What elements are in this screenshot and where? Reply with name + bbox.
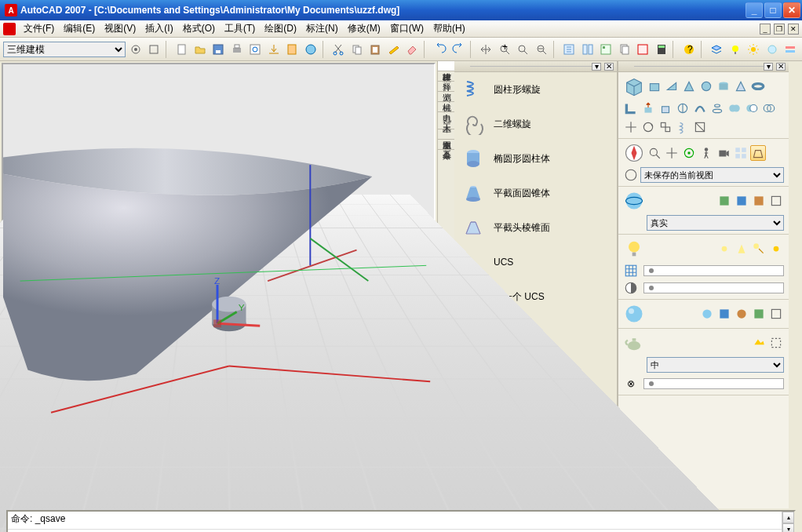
saved-view-select[interactable]: 未保存的当前视图 bbox=[640, 167, 784, 183]
render-icon[interactable] bbox=[751, 335, 767, 351]
vs1-icon[interactable] bbox=[716, 193, 732, 209]
properties-icon[interactable] bbox=[560, 41, 577, 58]
materials-icon[interactable] bbox=[623, 303, 645, 325]
palette-item-spiral[interactable]: 二维螺旋 bbox=[454, 107, 617, 141]
subtract-icon[interactable] bbox=[744, 100, 760, 116]
command-prompt[interactable]: 命令: bbox=[8, 529, 794, 533]
minimize-button[interactable]: _ bbox=[745, 2, 763, 18]
render-preset-select[interactable]: 中 bbox=[647, 357, 784, 373]
save-icon[interactable] bbox=[210, 41, 227, 58]
workspace-settings-icon[interactable] bbox=[127, 41, 144, 58]
vs3-icon[interactable] bbox=[751, 193, 767, 209]
new-icon[interactable] bbox=[173, 41, 190, 58]
sweep-icon[interactable] bbox=[692, 100, 708, 116]
light-grid-icon[interactable] bbox=[623, 263, 639, 279]
contrast-slider[interactable] bbox=[643, 282, 784, 293]
command-window[interactable]: 命令: _qsave 命令: ▴▾◂ bbox=[6, 510, 796, 532]
palette-close-icon[interactable]: ✕ bbox=[604, 63, 614, 71]
zoom-window-icon[interactable] bbox=[515, 41, 531, 58]
dashboard-arrow-icon[interactable]: ▾ bbox=[764, 63, 773, 71]
menu-edit[interactable]: 编辑(E) bbox=[59, 20, 100, 37]
orbit-icon[interactable] bbox=[681, 145, 697, 161]
palette-arrow-icon[interactable]: ▾ bbox=[592, 63, 601, 71]
section-icon[interactable] bbox=[692, 119, 708, 135]
3dmove-icon[interactable] bbox=[623, 119, 639, 135]
mat2-icon[interactable] bbox=[716, 306, 732, 322]
menu-draw[interactable]: 绘图(D) bbox=[260, 20, 301, 37]
zoom-realtime-icon[interactable]: + bbox=[496, 41, 512, 58]
help-icon[interactable]: ? bbox=[680, 41, 697, 58]
sun-icon[interactable] bbox=[745, 41, 762, 58]
polysolid-icon[interactable] bbox=[623, 100, 639, 116]
zoom-nav-icon[interactable] bbox=[647, 145, 662, 161]
mat4-icon[interactable] bbox=[751, 306, 767, 322]
helix-small-icon[interactable] bbox=[675, 119, 691, 135]
zoom-previous-icon[interactable] bbox=[533, 41, 549, 58]
mdi-minimize-button[interactable]: _ bbox=[760, 24, 771, 35]
maximize-button[interactable]: □ bbox=[764, 2, 782, 18]
teapot-icon[interactable] bbox=[623, 332, 645, 354]
vs4-icon[interactable] bbox=[768, 193, 784, 209]
visual-style-select[interactable]: 真实 bbox=[647, 215, 784, 231]
menu-modify[interactable]: 修改(M) bbox=[343, 20, 385, 37]
visualstyle-icon[interactable] bbox=[623, 190, 645, 212]
print-icon[interactable] bbox=[228, 41, 245, 58]
menu-view[interactable]: 视图(V) bbox=[100, 20, 140, 37]
tab-civil[interactable]: 土木工... bbox=[438, 112, 454, 129]
menu-format[interactable]: 格式(O) bbox=[178, 20, 220, 37]
menu-tools[interactable]: 工具(T) bbox=[220, 20, 260, 37]
render-crop-icon[interactable] bbox=[768, 335, 784, 351]
vs2-icon[interactable] bbox=[734, 193, 749, 209]
eraser-icon[interactable] bbox=[403, 41, 420, 58]
cone-shape-icon[interactable] bbox=[681, 78, 697, 94]
mat1-icon[interactable] bbox=[699, 306, 715, 322]
freeze-icon[interactable] bbox=[764, 41, 780, 58]
redo-icon[interactable] bbox=[450, 41, 466, 58]
tab-hatch[interactable]: 图案填充 bbox=[438, 129, 454, 140]
3drotate-icon[interactable] bbox=[640, 119, 656, 135]
palette-item-cylinder[interactable]: 椭圆形圆柱体 bbox=[454, 141, 617, 176]
brightness-slider[interactable] bbox=[643, 265, 784, 276]
presspull-icon[interactable] bbox=[658, 100, 673, 116]
palette-item-frustum-cone[interactable]: 平截面圆锥体 bbox=[454, 176, 617, 210]
copy-icon[interactable] bbox=[348, 41, 365, 58]
markup-icon[interactable] bbox=[634, 41, 651, 58]
wedge-icon[interactable] bbox=[664, 78, 680, 94]
drawing-viewport[interactable]: Z Y bbox=[2, 63, 436, 507]
dashboard-header[interactable]: ✕ ▾ bbox=[618, 61, 789, 72]
menu-window[interactable]: 窗口(W) bbox=[385, 20, 428, 37]
view-manager-icon[interactable] bbox=[623, 167, 639, 183]
tab-modeling[interactable]: 建模 bbox=[438, 61, 454, 71]
menu-help[interactable]: 帮助(H) bbox=[428, 20, 470, 37]
mdi-close-button[interactable]: ✕ bbox=[788, 24, 799, 35]
distant-light-icon[interactable] bbox=[751, 241, 767, 257]
menu-dim[interactable]: 标注(N) bbox=[301, 20, 343, 37]
views-icon[interactable] bbox=[733, 145, 749, 161]
sunlight-icon[interactable] bbox=[768, 241, 784, 257]
compass-icon[interactable] bbox=[623, 142, 645, 164]
palette-item-frustum-pyramid[interactable]: 平截头棱锥面 bbox=[454, 210, 617, 245]
undo-icon[interactable] bbox=[432, 41, 448, 58]
workspace-select[interactable]: 三维建模 bbox=[3, 42, 126, 57]
mat3-icon[interactable] bbox=[734, 306, 749, 322]
sheetset-icon[interactable] bbox=[616, 41, 632, 58]
box-icon[interactable] bbox=[623, 75, 645, 97]
tab-annotate[interactable]: 注释 bbox=[438, 71, 454, 82]
pan-icon[interactable] bbox=[478, 41, 494, 58]
cut-icon[interactable] bbox=[330, 41, 347, 58]
tab-browse[interactable]: 浏览 bbox=[438, 82, 454, 92]
contrast-icon[interactable] bbox=[623, 280, 639, 296]
camera-icon[interactable] bbox=[716, 145, 731, 161]
union-icon[interactable] bbox=[727, 100, 742, 116]
globe-icon[interactable] bbox=[302, 41, 319, 58]
match-icon[interactable] bbox=[385, 41, 402, 58]
palette-item-helix[interactable]: 圆柱形螺旋 bbox=[454, 72, 617, 107]
workspace-lock-icon[interactable] bbox=[145, 41, 162, 58]
sheet-icon[interactable] bbox=[284, 41, 301, 58]
tab-command[interactable]: 命令工具 bbox=[438, 140, 454, 150]
tab-electrical[interactable]: 电力 bbox=[438, 102, 454, 112]
cylinder-shape-icon[interactable] bbox=[716, 78, 731, 94]
render-cancel-icon[interactable]: ⊗ bbox=[623, 376, 639, 392]
plot-preview-icon[interactable] bbox=[247, 41, 264, 58]
close-button[interactable]: ✕ bbox=[783, 2, 800, 18]
